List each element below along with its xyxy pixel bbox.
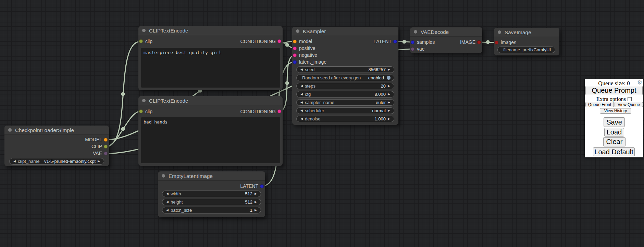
widget-value: 1 [250, 208, 253, 213]
clear-button[interactable]: Clear [603, 137, 626, 146]
sampler-name-widget[interactable]: ◀ sampler_name euler ▶ [296, 99, 394, 106]
node-status-dot-icon [414, 30, 417, 34]
node-title-bar[interactable]: CLIPTextEncode [138, 26, 283, 35]
widget-value: 8566257 [368, 67, 386, 72]
stepper-left-icon[interactable]: ◀ [299, 83, 304, 89]
random-seed-toggle-widget[interactable]: Random seed after every gen enabled [296, 75, 394, 81]
batch-size-widget[interactable]: ◀ batch_size 1 ▶ [162, 207, 261, 213]
widget-label: scheduler [304, 108, 324, 113]
node-title-bar[interactable]: CLIPTextEncode [138, 96, 283, 105]
prompt-text-input[interactable]: masterpiece best quality girl [141, 48, 280, 88]
node-status-dot-icon [296, 29, 299, 33]
widget-value: 512 [245, 199, 253, 205]
steps-widget[interactable]: ◀ steps 20 ▶ [296, 83, 394, 89]
stepper-left-icon[interactable]: ◀ [165, 207, 170, 213]
output-label-vae: VAE [93, 151, 109, 156]
settings-gear-icon[interactable]: ⚙ [637, 79, 642, 86]
node-title: VAEDecode [421, 29, 449, 35]
stepper-left-icon[interactable]: ◀ [299, 108, 304, 114]
stepper-left-icon[interactable]: ◀ [165, 191, 170, 197]
node-status-dot-icon [142, 99, 146, 102]
load-button[interactable]: Load [604, 128, 624, 136]
stepper-right-icon[interactable]: ▶ [386, 91, 392, 97]
stepper-right-icon[interactable]: ▶ [386, 100, 392, 105]
stepper-left-icon[interactable]: ◀ [299, 91, 304, 97]
node-title-bar[interactable]: SaveImage [494, 28, 559, 37]
cfg-widget[interactable]: ◀ cfg 8.000 ▶ [296, 91, 394, 98]
input-label-latent-image: latent_image [292, 59, 326, 65]
scheduler-widget[interactable]: ◀ scheduler normal ▶ [296, 107, 394, 114]
widget-label: sampler_name [304, 100, 334, 105]
stepper-left-icon[interactable]: ◀ [12, 158, 17, 164]
node-title: SaveImage [505, 29, 531, 35]
widget-label: width [170, 191, 181, 196]
widget-label: denoise [304, 116, 321, 121]
input-label-model: model [292, 39, 312, 44]
node-status-dot-icon [8, 128, 12, 132]
widget-label: filename_prefix [503, 47, 533, 52]
stepper-right-icon[interactable]: ▶ [386, 116, 392, 122]
input-label-clip: clip [138, 109, 152, 114]
node-title: CLIPTextEncode [149, 28, 188, 34]
stepper-right-icon[interactable]: ▶ [96, 158, 101, 164]
node-title-bar[interactable]: EmptyLatentImage [158, 171, 265, 181]
stepper-left-icon[interactable]: ◀ [299, 67, 304, 73]
input-label-samples: samples [410, 39, 435, 45]
widget-label: cfg [304, 92, 311, 97]
denoise-widget[interactable]: ◀ denoise 1.000 ▶ [296, 116, 394, 122]
node-ksampler[interactable]: KSampler model LATENT positive negative … [292, 27, 398, 125]
output-label-latent: LATENT [373, 39, 398, 44]
view-queue-button[interactable]: View Queue [615, 102, 643, 107]
output-label-model: MODEL [85, 137, 109, 142]
stepper-left-icon[interactable]: ◀ [299, 116, 304, 122]
widget-value: euler [376, 100, 386, 105]
widget-label: batch_size [170, 208, 192, 213]
node-checkpoint-loader-simple[interactable]: CheckpointLoaderSimple MODEL CLIP VAE ◀ … [4, 126, 109, 166]
node-title: CheckpointLoaderSimple [15, 127, 74, 133]
output-label-latent: LATENT [240, 183, 265, 189]
node-title-bar[interactable]: KSampler [292, 27, 398, 36]
stepper-right-icon[interactable]: ▶ [253, 207, 258, 213]
node-vae-decode[interactable]: VAEDecode samples IMAGE vae [410, 27, 482, 53]
queue-prompt-button[interactable]: Queue Prompt [585, 86, 643, 95]
extra-options-label: Extra options [596, 96, 626, 102]
node-save-image[interactable]: SaveImage images filename_prefix ComfyUI [494, 28, 559, 55]
node-title-bar[interactable]: CheckpointLoaderSimple [4, 126, 109, 135]
height-widget[interactable]: ◀ height 512 ▶ [162, 199, 261, 205]
stepper-right-icon[interactable]: ▶ [386, 83, 392, 89]
node-title-bar[interactable]: VAEDecode [410, 27, 482, 37]
prompt-text-input[interactable]: bad hands [141, 117, 280, 163]
widget-value: ComfyUI [533, 47, 552, 52]
input-label-clip: clip [138, 39, 152, 44]
node-status-dot-icon [162, 174, 165, 178]
widget-value: v1-5-pruned-emaonly.ckpt [44, 159, 96, 164]
node-empty-latent-image[interactable]: EmptyLatentImage LATENT ◀ width 512 ▶ ◀ … [158, 171, 265, 217]
toggle-knob-icon[interactable] [387, 76, 391, 80]
view-history-button[interactable]: View History [600, 108, 631, 114]
input-label-positive: positive [292, 46, 315, 51]
save-button[interactable]: Save [604, 117, 625, 127]
filename-prefix-widget[interactable]: filename_prefix ComfyUI [497, 47, 555, 53]
seed-widget[interactable]: ◀ seed 8566257 ▶ [296, 66, 394, 73]
stepper-right-icon[interactable]: ▶ [386, 67, 392, 73]
node-clip-text-encode-positive[interactable]: CLIPTextEncode clip CONDITIONING masterp… [138, 26, 283, 90]
node-graph-canvas[interactable]: CheckpointLoaderSimple MODEL CLIP VAE ◀ … [0, 0, 644, 247]
queue-front-button[interactable]: Queue Front [585, 102, 614, 107]
width-widget[interactable]: ◀ width 512 ▶ [162, 191, 261, 197]
widget-value: 8.000 [374, 92, 386, 97]
widget-value: 20 [381, 83, 386, 89]
widget-value: enabled [368, 75, 385, 80]
load-default-button[interactable]: Load Default [593, 147, 635, 156]
stepper-right-icon[interactable]: ▶ [253, 199, 258, 205]
stepper-right-icon[interactable]: ▶ [253, 191, 258, 197]
stepper-right-icon[interactable]: ▶ [386, 108, 392, 114]
ckpt-name-widget[interactable]: ◀ ckpt_name v1-5-pruned-emaonly.ckpt ▶ [9, 158, 104, 165]
stepper-left-icon[interactable]: ◀ [299, 100, 304, 105]
stepper-left-icon[interactable]: ◀ [165, 199, 170, 205]
output-label-conditioning: CONDITIONING [240, 39, 283, 44]
node-clip-text-encode-negative[interactable]: CLIPTextEncode clip CONDITIONING bad han… [138, 96, 283, 166]
widget-value: 1.000 [374, 116, 386, 121]
widget-label: seed [304, 67, 314, 72]
extra-options-checkbox[interactable] [628, 97, 632, 101]
node-title: EmptyLatentImage [169, 173, 213, 179]
